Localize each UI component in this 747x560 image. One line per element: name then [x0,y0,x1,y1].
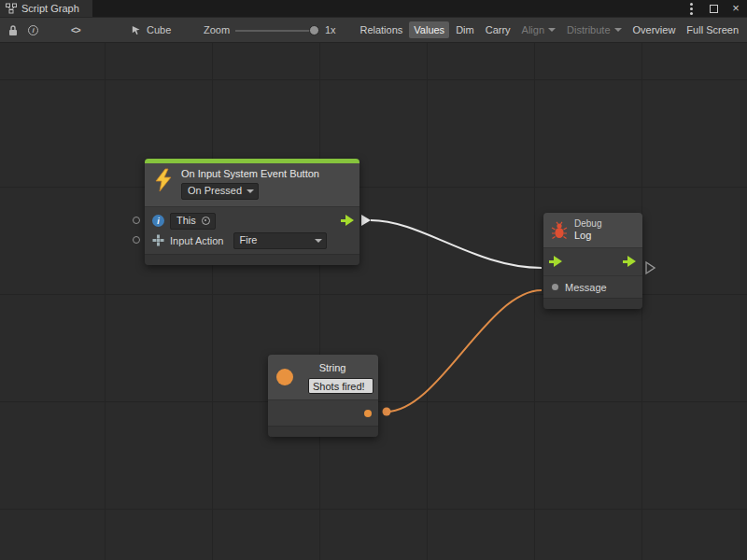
event-node-body: i This Input Action Fire [145,206,359,254]
debug-node-footer [543,298,642,309]
graph-icon [6,3,17,14]
node-debug-log[interactable]: Debug Log Message [543,213,642,309]
inspector-button[interactable]: i [28,18,38,42]
target-object-label: Cube [147,24,171,35]
input-action-icon [152,234,164,246]
bug-icon [551,221,568,240]
graph-target-breadcrumb[interactable]: Cube [131,18,171,42]
string-value-input[interactable] [308,378,374,394]
string-output-port[interactable] [364,410,372,417]
this-label: This [176,215,196,227]
title-bar: Script Graph × [0,0,747,17]
string-type-icon [276,369,293,385]
toolbar-button-carry[interactable]: Carry [481,21,515,38]
cursor-icon [131,25,141,35]
maximize-icon [710,5,718,13]
toolbar-button-distribute[interactable]: Distribute [562,21,626,38]
string-node-title: String [300,362,365,373]
tab-script-graph[interactable]: Script Graph [0,0,92,17]
string-node-footer [268,426,378,437]
toolbar-button-relations[interactable]: Relations [355,21,407,38]
message-row: Message [543,275,642,298]
toolbar-button-align[interactable]: Align [517,21,560,38]
this-input-port[interactable] [133,217,140,224]
input-action-label: Input Action [170,235,224,246]
graph-toolbar: i <> Cube Zoom 1x Relations Values Dim C… [0,17,747,43]
node-string-literal[interactable]: String [268,355,378,437]
window-maximize-button[interactable] [708,0,719,17]
tab-title: Script Graph [21,3,79,14]
toolbar-button-overview[interactable]: Overview [628,21,681,38]
this-row: i This [145,211,359,231]
graph-canvas[interactable]: On Input System Event Button On Pressed … [0,43,747,560]
message-input-port[interactable] [552,284,558,290]
lock-button[interactable] [7,18,19,42]
flow-continuation-triangle [646,262,655,273]
flow-output-port[interactable] [623,256,637,268]
info-icon: i [28,25,38,35]
string-node-header: String [268,355,378,399]
info-icon: i [152,215,164,227]
flow-output-port[interactable] [341,215,355,227]
input-action-input-port[interactable] [133,236,140,244]
target-picker-icon [202,217,210,225]
value-wire-string-to-message[interactable] [387,290,542,412]
toolbar-button-values[interactable]: Values [409,21,449,38]
window-controls: × [685,0,741,17]
event-node-footer [145,254,359,265]
lock-icon [7,24,19,36]
code-preview-button[interactable]: <> [71,18,80,42]
event-node-header: On Input System Event Button On Pressed [145,163,359,206]
zoom-value: 1x [325,18,336,42]
zoom-slider-track[interactable] [235,30,317,32]
debug-node-title: Log [574,230,601,242]
this-object-picker[interactable]: This [170,213,216,230]
event-mode-dropdown[interactable]: On Pressed [181,183,259,200]
flow-input-port[interactable] [549,256,563,268]
flow-wire-event-to-log[interactable] [371,220,542,268]
toolbar-button-group: Relations Values Dim Carry Align Distrib… [354,18,744,42]
window-menu-button[interactable] [685,0,697,17]
input-action-row: Input Action Fire [145,231,359,250]
debug-flow-row [543,247,642,275]
flow-wire-start-arrow [361,215,371,226]
zoom-slider-knob[interactable] [309,25,319,35]
chevron-down-icon [614,28,622,32]
code-icon: <> [71,25,80,35]
zoom-label: Zoom [204,18,230,42]
kebab-menu-icon [690,7,693,10]
toolbar-button-dim[interactable]: Dim [451,21,479,38]
window-close-button[interactable]: × [730,0,741,17]
chevron-down-icon [548,28,556,32]
message-label: Message [565,282,607,293]
string-node-body [268,399,378,426]
node-on-input-system-event-button[interactable]: On Input System Event Button On Pressed … [145,159,359,265]
lightning-bolt-icon [152,168,175,192]
script-graph-window: Script Graph × i <> Cube Zoom [0,0,747,560]
debug-node-header: Debug Log [543,213,642,247]
debug-node-category: Debug [574,218,601,230]
input-action-dropdown[interactable]: Fire [233,232,327,249]
toolbar-button-fullscreen[interactable]: Full Screen [682,21,743,38]
event-node-title: On Input System Event Button [181,168,319,179]
